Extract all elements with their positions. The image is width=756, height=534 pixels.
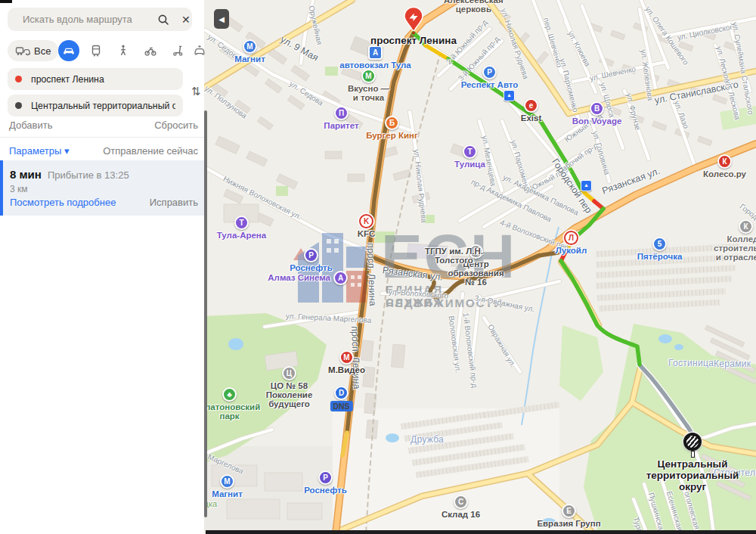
tula-arena-icon[interactable]: Т: [234, 216, 249, 230]
search-input[interactable]: [21, 13, 157, 26]
route-planner-app: ЕСН ЕДИНАЯ СЛУЖБА НЕДВИЖИМОСТИ ул. Седов…: [0, 0, 756, 534]
route-params-dropdown[interactable]: Параметры ▾: [9, 145, 69, 157]
route-arrival-time: Прибытие в 13:25: [48, 169, 129, 181]
waypoint-dot-start: [15, 76, 22, 82]
reset-route-link[interactable]: Сбросить: [154, 120, 198, 131]
waypoint-input-destination[interactable]: Центральный территориальный округ: [8, 95, 183, 116]
mode-tab-bus[interactable]: [85, 40, 107, 61]
poi-sklad-16: ССклад 16: [454, 495, 468, 509]
platonovsky-park-icon[interactable]: ♣: [222, 387, 237, 402]
magnit-icon[interactable]: М: [243, 39, 257, 54]
sidebar-collapse-button[interactable]: ◀: [214, 9, 229, 29]
poi-tulitsa: ТТулица: [463, 144, 477, 159]
map-canvas[interactable]: ЕСН ЕДИНАЯ СЛУЖБА НЕДВИЖИМОСТИ ул. Седов…: [204, 0, 756, 534]
vkusno-i-tochka-icon[interactable]: M: [361, 69, 376, 83]
poi-m-video: ММ.Видео: [339, 350, 354, 365]
scooter-icon: [171, 44, 184, 57]
swap-arrows-icon: ⇅: [191, 85, 201, 98]
route-destination-stem: [691, 451, 695, 458]
mode-tab-bike[interactable]: [140, 40, 161, 61]
sidebar-divider: [0, 137, 204, 138]
almaz-sinema-icon[interactable]: А: [333, 271, 348, 285]
route-start-label: проспект Ленина: [370, 35, 457, 46]
window-corner-artifact: [0, 0, 12, 3]
chevron-left-icon: ◀: [218, 15, 225, 23]
poi-tula-arena: ТТула-Арена: [234, 216, 249, 230]
college-icon[interactable]: К: [739, 219, 753, 234]
poi-college: ККолледжстроительстваи отраслевых: [739, 219, 753, 234]
poi-dns: DDNS: [334, 386, 349, 400]
bon-voyage-icon[interactable]: B: [590, 101, 604, 116]
poi-exist: eExist: [524, 98, 538, 113]
poi-rosneft-2: РРоснефть: [318, 470, 333, 485]
mode-tab-all[interactable]: Все: [8, 40, 58, 61]
poi-magnit: ММагнит: [243, 39, 257, 54]
waypoint-start-label: проспект Ленина: [31, 74, 104, 85]
basemap: [204, 0, 756, 534]
mode-tab-taxi[interactable]: [189, 40, 210, 61]
route-fix-link[interactable]: Исправить: [150, 197, 198, 208]
poi-pyaterochka: 5Пятёрочка: [652, 237, 667, 251]
mode-tab-walk[interactable]: [113, 40, 134, 61]
speed-bump-sign-icon: ▲: [581, 180, 592, 191]
taxi-icon: [193, 44, 206, 57]
pyaterochka-icon[interactable]: 5: [652, 237, 667, 251]
tulitsa-icon[interactable]: Т: [463, 144, 477, 159]
waypoint-dot-destination: [15, 102, 22, 109]
poi-koleso-ru: ККолесо.ру: [717, 154, 732, 169]
m-video-icon[interactable]: М: [339, 350, 354, 365]
poi-almaz-sinema: ААлмаз Синема: [333, 271, 348, 285]
rosneft-icon[interactable]: Р: [304, 248, 318, 262]
add-waypoint-link[interactable]: Добавить: [9, 120, 52, 131]
kfc-icon[interactable]: K: [359, 214, 373, 228]
poi-lukoil: ЛЛукойл: [564, 231, 578, 245]
waypoint-destination-label: Центральный территориальный округ: [31, 101, 175, 111]
mode-tab-car[interactable]: [58, 40, 79, 61]
respekt-avto-icon[interactable]: Р: [482, 65, 497, 79]
magnit-2-icon[interactable]: М: [220, 474, 234, 489]
route-start-marker[interactable]: [403, 6, 424, 38]
waypoint-input-start[interactable]: проспект Ленина: [8, 68, 183, 90]
poi-bon-voyage: BBon Voyage: [590, 101, 604, 116]
poi-paritet: ППаритет: [334, 106, 349, 120]
search-icon[interactable]: [157, 14, 169, 26]
poi-respekt-avto: РРеспект Авто: [482, 65, 497, 79]
poi-platonovsky-park: ♣Платоновскийпарк: [222, 387, 237, 402]
departure-time-selector[interactable]: Отправление сейчас: [103, 145, 198, 157]
rosneft-2-icon[interactable]: Р: [318, 470, 333, 485]
map-bottom-bar: [206, 530, 756, 534]
swap-waypoints-button[interactable]: ⇅: [189, 81, 203, 102]
school-58-icon[interactable]: Ц: [282, 366, 296, 380]
mode-all-label: Все: [34, 45, 51, 57]
bus-station-icon[interactable]: А: [368, 45, 383, 60]
burger-king-icon[interactable]: Б: [385, 116, 399, 130]
route-destination-marker[interactable]: [683, 433, 702, 451]
poi-magnit-2: ММагнит: [220, 474, 234, 489]
route-destination-label: Центральный территориальный округ: [646, 458, 739, 492]
route-summary-card[interactable]: 8 мин Прибытие в 13:25 3 км Посмотреть п…: [0, 160, 204, 216]
pedestrian-icon: [116, 44, 130, 57]
poi-kfc: KKFC: [359, 214, 373, 228]
speed-bump-sign-icon: ▲: [503, 90, 515, 101]
search-along-route-bar[interactable]: ✕: [8, 8, 192, 31]
close-icon[interactable]: ✕: [181, 14, 191, 26]
sidebar-scrollbar[interactable]: [204, 110, 207, 517]
lukoil-icon[interactable]: Л: [564, 231, 578, 245]
sklad-16-icon[interactable]: С: [454, 495, 468, 509]
all-modes-icon: [15, 45, 30, 57]
center-obrazovaniya-16-icon[interactable]: Ц: [469, 244, 483, 259]
car-icon: [62, 44, 76, 57]
route-sidebar: ✕ Все: [0, 0, 204, 534]
mode-tab-scooter[interactable]: [167, 40, 188, 61]
paritet-icon[interactable]: П: [334, 106, 349, 120]
evrazia-grupp-icon[interactable]: Е: [562, 504, 576, 518]
poi-center-obrazovaniya-16: ЦЦентробразования№ 16: [469, 244, 483, 259]
route-distance: 3 км: [10, 184, 28, 194]
poi-evrazia-grupp: ЕЕвразия Групп: [562, 504, 576, 518]
bus-icon: [89, 44, 103, 57]
exist-icon[interactable]: e: [524, 98, 538, 113]
koleso-ru-icon[interactable]: К: [717, 154, 732, 169]
poi-bus-station: Аавтовокзал Тула: [368, 45, 383, 60]
route-details-link[interactable]: Посмотреть подробнее: [10, 197, 116, 208]
dns-icon[interactable]: D: [334, 386, 349, 400]
